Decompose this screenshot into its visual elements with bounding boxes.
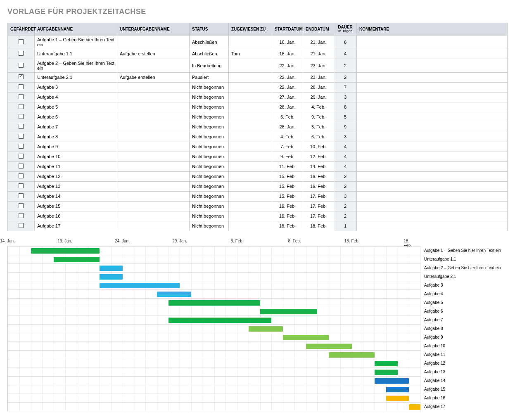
cell-name[interactable]: Aufgabe 5 (35, 102, 117, 112)
cell-kommentare[interactable] (357, 191, 508, 201)
cell-assigned[interactable] (229, 201, 272, 211)
cell-kommentare[interactable] (357, 201, 508, 211)
cell-name[interactable]: Unteraufgabe 1.1 (35, 49, 117, 59)
cell-start[interactable]: 18. Feb. (272, 221, 303, 231)
checkbox[interactable] (19, 144, 24, 149)
cell-start[interactable]: 22. Jan. (272, 82, 303, 92)
checkbox[interactable] (19, 39, 24, 44)
cell-end[interactable]: 18. Feb. (303, 221, 334, 231)
cell-status[interactable]: Nicht begonnen (190, 211, 229, 221)
cell-subname[interactable]: Aufgabe erstellen (117, 72, 190, 82)
cell-subname[interactable] (117, 181, 190, 191)
cell-dauer[interactable]: 3 (334, 132, 357, 142)
cell-end[interactable]: 16. Feb. (303, 171, 334, 181)
cell-dauer[interactable]: 4 (334, 142, 357, 152)
cell-end[interactable]: 9. Feb. (303, 112, 334, 122)
cell-dauer[interactable]: 2 (334, 171, 357, 181)
cell-assigned[interactable] (229, 112, 272, 122)
cell-end[interactable]: 29. Jan. (303, 92, 334, 102)
cell-subname[interactable] (117, 92, 190, 102)
cell-assigned[interactable]: Tom (229, 49, 272, 59)
cell-assigned[interactable] (229, 59, 272, 72)
cell-assigned[interactable] (229, 102, 272, 112)
cell-kommentare[interactable] (357, 152, 508, 161)
cell-subname[interactable] (117, 171, 190, 181)
cell-assigned[interactable] (229, 72, 272, 82)
cell-name[interactable]: Aufgabe 12 (35, 171, 117, 181)
cell-start[interactable]: 9. Feb. (272, 152, 303, 161)
checkbox[interactable] (19, 223, 24, 228)
cell-name[interactable]: Aufgabe 2 – Geben Sie hier Ihren Text ei… (35, 59, 117, 72)
cell-end[interactable]: 10. Feb. (303, 142, 334, 152)
cell-dauer[interactable]: 2 (334, 59, 357, 72)
cell-end[interactable]: 6. Feb. (303, 132, 334, 142)
cell-status[interactable]: Nicht begonnen (190, 161, 229, 171)
cell-start[interactable]: 28. Jan. (272, 122, 303, 132)
cell-subname[interactable] (117, 35, 190, 49)
cell-assigned[interactable] (229, 82, 272, 92)
cell-dauer[interactable]: 6 (334, 35, 357, 49)
cell-start[interactable]: 22. Jan. (272, 72, 303, 82)
cell-kommentare[interactable] (357, 72, 508, 82)
cell-dauer[interactable]: 7 (334, 82, 357, 92)
cell-assigned[interactable] (229, 152, 272, 161)
cell-kommentare[interactable] (357, 92, 508, 102)
checkbox[interactable] (19, 74, 24, 79)
cell-name[interactable]: Aufgabe 4 (35, 92, 117, 102)
cell-start[interactable]: 7. Feb. (272, 142, 303, 152)
cell-end[interactable]: 21. Jan. (303, 49, 334, 59)
cell-name[interactable]: Aufgabe 14 (35, 191, 117, 201)
cell-assigned[interactable] (229, 191, 272, 201)
checkbox[interactable] (19, 63, 24, 68)
cell-name[interactable]: Aufgabe 8 (35, 132, 117, 142)
cell-end[interactable]: 4. Feb. (303, 102, 334, 112)
checkbox[interactable] (19, 94, 24, 99)
checkbox[interactable] (19, 173, 24, 178)
cell-dauer[interactable]: 2 (334, 72, 357, 82)
cell-status[interactable]: Nicht begonnen (190, 221, 229, 231)
cell-subname[interactable] (117, 191, 190, 201)
cell-name[interactable]: Aufgabe 17 (35, 221, 117, 231)
cell-status[interactable]: Pausiert (190, 72, 229, 82)
cell-subname[interactable] (117, 132, 190, 142)
checkbox[interactable] (19, 183, 24, 188)
cell-dauer[interactable]: 1 (334, 221, 357, 231)
checkbox[interactable] (19, 203, 24, 208)
checkbox[interactable] (19, 213, 24, 218)
cell-status[interactable]: Nicht begonnen (190, 102, 229, 112)
cell-dauer[interactable]: 3 (334, 191, 357, 201)
cell-name[interactable]: Aufgabe 9 (35, 142, 117, 152)
cell-name[interactable]: Aufgabe 7 (35, 122, 117, 132)
cell-end[interactable]: 16. Feb. (303, 181, 334, 191)
cell-end[interactable]: 28. Jan. (303, 82, 334, 92)
cell-end[interactable]: 5. Feb. (303, 122, 334, 132)
cell-end[interactable]: 23. Jan. (303, 72, 334, 82)
cell-assigned[interactable] (229, 171, 272, 181)
cell-dauer[interactable]: 4 (334, 49, 357, 59)
checkbox[interactable] (19, 84, 24, 89)
cell-assigned[interactable] (229, 181, 272, 191)
cell-name[interactable]: Aufgabe 13 (35, 181, 117, 191)
cell-assigned[interactable] (229, 142, 272, 152)
cell-status[interactable]: Nicht begonnen (190, 122, 229, 132)
cell-dauer[interactable]: 5 (334, 112, 357, 122)
cell-status[interactable]: Nicht begonnen (190, 132, 229, 142)
cell-status[interactable]: Nicht begonnen (190, 171, 229, 181)
cell-subname[interactable] (117, 211, 190, 221)
cell-name[interactable]: Aufgabe 6 (35, 112, 117, 122)
checkbox[interactable] (19, 164, 24, 168)
cell-subname[interactable] (117, 82, 190, 92)
cell-status[interactable]: Nicht begonnen (190, 191, 229, 201)
checkbox[interactable] (19, 193, 24, 198)
cell-status[interactable]: Nicht begonnen (190, 142, 229, 152)
checkbox[interactable] (19, 134, 24, 139)
cell-name[interactable]: Aufgabe 3 (35, 82, 117, 92)
cell-status[interactable]: Abschließen (190, 35, 229, 49)
checkbox[interactable] (19, 51, 24, 56)
cell-name[interactable]: Aufgabe 1 – Geben Sie hier Ihren Text ei… (35, 35, 117, 49)
cell-status[interactable]: Nicht begonnen (190, 181, 229, 191)
cell-kommentare[interactable] (357, 122, 508, 132)
cell-dauer[interactable]: 8 (334, 102, 357, 112)
cell-subname[interactable] (117, 161, 190, 171)
cell-subname[interactable] (117, 122, 190, 132)
